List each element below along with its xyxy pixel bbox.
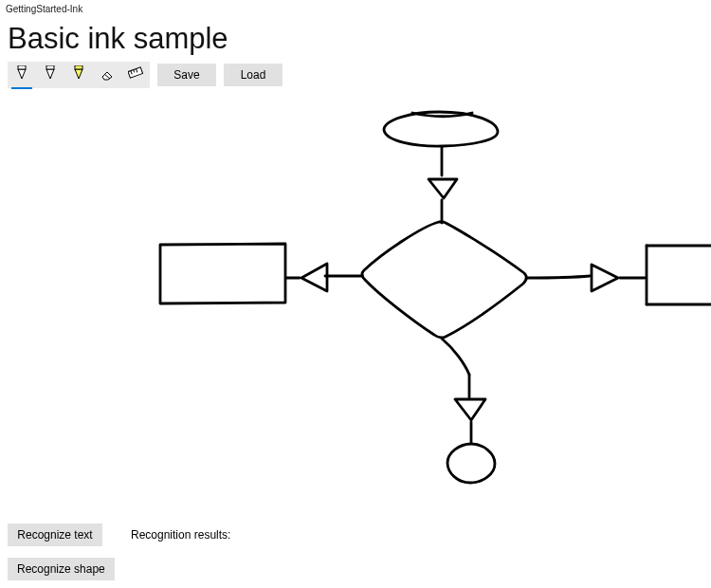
pen-nib-icon xyxy=(15,65,28,84)
svg-rect-3 xyxy=(46,65,54,69)
svg-rect-1 xyxy=(18,65,26,69)
recognition-panel: Recognize text Recognition results: Reco… xyxy=(8,524,259,580)
svg-marker-0 xyxy=(18,69,26,79)
save-button[interactable]: Save xyxy=(157,64,216,86)
tool-pencil[interactable] xyxy=(36,62,64,88)
eraser-icon xyxy=(100,65,115,84)
tool-ruler[interactable] xyxy=(121,62,150,88)
window-title: GettingStarted-Ink xyxy=(0,0,711,14)
tool-highlighter[interactable] xyxy=(64,62,93,88)
svg-marker-4 xyxy=(75,69,82,79)
svg-marker-2 xyxy=(46,69,54,79)
svg-rect-8 xyxy=(128,67,143,78)
ruler-icon xyxy=(128,65,143,84)
tool-ballpoint-pen[interactable] xyxy=(8,62,36,88)
svg-rect-5 xyxy=(75,65,82,69)
recognize-shape-button[interactable]: Recognize shape xyxy=(8,558,115,580)
tool-eraser[interactable] xyxy=(93,62,121,88)
pen-nib-icon xyxy=(72,65,85,84)
load-button[interactable]: Load xyxy=(224,64,283,86)
toolbar: Save Load xyxy=(0,62,711,88)
recognize-text-button[interactable]: Recognize text xyxy=(8,524,102,546)
ink-toolbar xyxy=(8,62,150,88)
ink-canvas[interactable] xyxy=(0,88,711,505)
recognition-results-label: Recognition results: xyxy=(131,528,230,542)
pen-nib-icon xyxy=(44,65,57,84)
page-title: Basic ink sample xyxy=(0,14,711,62)
ink-strokes xyxy=(0,88,711,505)
